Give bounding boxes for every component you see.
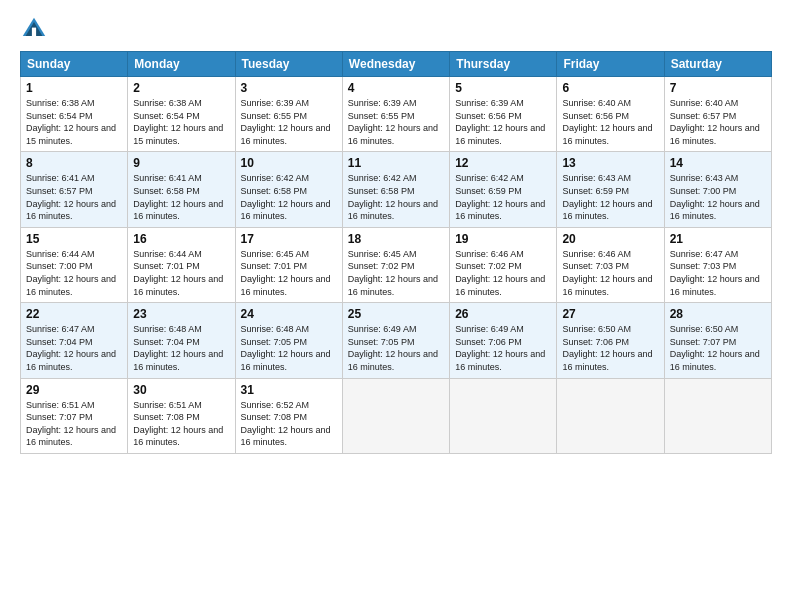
day-number: 31 bbox=[241, 383, 337, 397]
page: SundayMondayTuesdayWednesdayThursdayFrid… bbox=[0, 0, 792, 612]
day-info: Sunrise: 6:42 AMSunset: 6:58 PMDaylight:… bbox=[241, 172, 337, 222]
day-number: 16 bbox=[133, 232, 229, 246]
day-number: 26 bbox=[455, 307, 551, 321]
day-number: 11 bbox=[348, 156, 444, 170]
day-info: Sunrise: 6:51 AMSunset: 7:07 PMDaylight:… bbox=[26, 399, 122, 449]
calendar-cell: 18Sunrise: 6:45 AMSunset: 7:02 PMDayligh… bbox=[342, 227, 449, 302]
day-number: 6 bbox=[562, 81, 658, 95]
calendar-cell: 7Sunrise: 6:40 AMSunset: 6:57 PMDaylight… bbox=[664, 77, 771, 152]
day-number: 20 bbox=[562, 232, 658, 246]
day-info: Sunrise: 6:38 AMSunset: 6:54 PMDaylight:… bbox=[133, 97, 229, 147]
day-info: Sunrise: 6:48 AMSunset: 7:05 PMDaylight:… bbox=[241, 323, 337, 373]
calendar-week-row: 1Sunrise: 6:38 AMSunset: 6:54 PMDaylight… bbox=[21, 77, 772, 152]
day-info: Sunrise: 6:39 AMSunset: 6:55 PMDaylight:… bbox=[241, 97, 337, 147]
calendar-cell: 5Sunrise: 6:39 AMSunset: 6:56 PMDaylight… bbox=[450, 77, 557, 152]
calendar-cell: 27Sunrise: 6:50 AMSunset: 7:06 PMDayligh… bbox=[557, 303, 664, 378]
day-info: Sunrise: 6:42 AMSunset: 6:59 PMDaylight:… bbox=[455, 172, 551, 222]
calendar-cell: 9Sunrise: 6:41 AMSunset: 6:58 PMDaylight… bbox=[128, 152, 235, 227]
day-number: 3 bbox=[241, 81, 337, 95]
day-number: 7 bbox=[670, 81, 766, 95]
weekday-header: Thursday bbox=[450, 52, 557, 77]
day-info: Sunrise: 6:48 AMSunset: 7:04 PMDaylight:… bbox=[133, 323, 229, 373]
calendar-cell: 2Sunrise: 6:38 AMSunset: 6:54 PMDaylight… bbox=[128, 77, 235, 152]
calendar-cell: 24Sunrise: 6:48 AMSunset: 7:05 PMDayligh… bbox=[235, 303, 342, 378]
day-info: Sunrise: 6:46 AMSunset: 7:03 PMDaylight:… bbox=[562, 248, 658, 298]
calendar-cell: 19Sunrise: 6:46 AMSunset: 7:02 PMDayligh… bbox=[450, 227, 557, 302]
day-info: Sunrise: 6:51 AMSunset: 7:08 PMDaylight:… bbox=[133, 399, 229, 449]
day-info: Sunrise: 6:49 AMSunset: 7:05 PMDaylight:… bbox=[348, 323, 444, 373]
day-info: Sunrise: 6:39 AMSunset: 6:56 PMDaylight:… bbox=[455, 97, 551, 147]
calendar-cell bbox=[557, 378, 664, 453]
calendar-cell: 11Sunrise: 6:42 AMSunset: 6:58 PMDayligh… bbox=[342, 152, 449, 227]
day-info: Sunrise: 6:40 AMSunset: 6:57 PMDaylight:… bbox=[670, 97, 766, 147]
calendar-cell: 6Sunrise: 6:40 AMSunset: 6:56 PMDaylight… bbox=[557, 77, 664, 152]
calendar-week-row: 8Sunrise: 6:41 AMSunset: 6:57 PMDaylight… bbox=[21, 152, 772, 227]
day-number: 25 bbox=[348, 307, 444, 321]
weekday-header: Wednesday bbox=[342, 52, 449, 77]
weekday-header-row: SundayMondayTuesdayWednesdayThursdayFrid… bbox=[21, 52, 772, 77]
day-number: 29 bbox=[26, 383, 122, 397]
calendar-cell: 20Sunrise: 6:46 AMSunset: 7:03 PMDayligh… bbox=[557, 227, 664, 302]
weekday-header: Saturday bbox=[664, 52, 771, 77]
calendar-cell: 23Sunrise: 6:48 AMSunset: 7:04 PMDayligh… bbox=[128, 303, 235, 378]
day-info: Sunrise: 6:38 AMSunset: 6:54 PMDaylight:… bbox=[26, 97, 122, 147]
day-info: Sunrise: 6:47 AMSunset: 7:03 PMDaylight:… bbox=[670, 248, 766, 298]
calendar-week-row: 22Sunrise: 6:47 AMSunset: 7:04 PMDayligh… bbox=[21, 303, 772, 378]
day-number: 14 bbox=[670, 156, 766, 170]
day-info: Sunrise: 6:45 AMSunset: 7:01 PMDaylight:… bbox=[241, 248, 337, 298]
calendar-cell bbox=[664, 378, 771, 453]
calendar-cell: 31Sunrise: 6:52 AMSunset: 7:08 PMDayligh… bbox=[235, 378, 342, 453]
calendar-cell: 14Sunrise: 6:43 AMSunset: 7:00 PMDayligh… bbox=[664, 152, 771, 227]
calendar-cell bbox=[342, 378, 449, 453]
day-number: 13 bbox=[562, 156, 658, 170]
calendar-cell: 22Sunrise: 6:47 AMSunset: 7:04 PMDayligh… bbox=[21, 303, 128, 378]
day-number: 12 bbox=[455, 156, 551, 170]
day-info: Sunrise: 6:41 AMSunset: 6:57 PMDaylight:… bbox=[26, 172, 122, 222]
day-number: 23 bbox=[133, 307, 229, 321]
calendar-cell: 4Sunrise: 6:39 AMSunset: 6:55 PMDaylight… bbox=[342, 77, 449, 152]
calendar-cell: 12Sunrise: 6:42 AMSunset: 6:59 PMDayligh… bbox=[450, 152, 557, 227]
logo-icon bbox=[20, 15, 48, 43]
calendar-cell: 1Sunrise: 6:38 AMSunset: 6:54 PMDaylight… bbox=[21, 77, 128, 152]
day-number: 27 bbox=[562, 307, 658, 321]
day-info: Sunrise: 6:52 AMSunset: 7:08 PMDaylight:… bbox=[241, 399, 337, 449]
day-info: Sunrise: 6:45 AMSunset: 7:02 PMDaylight:… bbox=[348, 248, 444, 298]
day-number: 24 bbox=[241, 307, 337, 321]
day-number: 30 bbox=[133, 383, 229, 397]
day-info: Sunrise: 6:42 AMSunset: 6:58 PMDaylight:… bbox=[348, 172, 444, 222]
day-info: Sunrise: 6:50 AMSunset: 7:07 PMDaylight:… bbox=[670, 323, 766, 373]
calendar-cell: 3Sunrise: 6:39 AMSunset: 6:55 PMDaylight… bbox=[235, 77, 342, 152]
calendar-cell: 30Sunrise: 6:51 AMSunset: 7:08 PMDayligh… bbox=[128, 378, 235, 453]
calendar-cell: 26Sunrise: 6:49 AMSunset: 7:06 PMDayligh… bbox=[450, 303, 557, 378]
calendar-cell: 29Sunrise: 6:51 AMSunset: 7:07 PMDayligh… bbox=[21, 378, 128, 453]
header bbox=[20, 15, 772, 43]
day-info: Sunrise: 6:49 AMSunset: 7:06 PMDaylight:… bbox=[455, 323, 551, 373]
calendar-cell: 25Sunrise: 6:49 AMSunset: 7:05 PMDayligh… bbox=[342, 303, 449, 378]
day-info: Sunrise: 6:50 AMSunset: 7:06 PMDaylight:… bbox=[562, 323, 658, 373]
weekday-header: Friday bbox=[557, 52, 664, 77]
day-info: Sunrise: 6:39 AMSunset: 6:55 PMDaylight:… bbox=[348, 97, 444, 147]
day-number: 17 bbox=[241, 232, 337, 246]
day-info: Sunrise: 6:47 AMSunset: 7:04 PMDaylight:… bbox=[26, 323, 122, 373]
day-number: 21 bbox=[670, 232, 766, 246]
day-number: 1 bbox=[26, 81, 122, 95]
calendar-cell: 15Sunrise: 6:44 AMSunset: 7:00 PMDayligh… bbox=[21, 227, 128, 302]
day-number: 9 bbox=[133, 156, 229, 170]
calendar-cell: 8Sunrise: 6:41 AMSunset: 6:57 PMDaylight… bbox=[21, 152, 128, 227]
day-info: Sunrise: 6:40 AMSunset: 6:56 PMDaylight:… bbox=[562, 97, 658, 147]
day-info: Sunrise: 6:41 AMSunset: 6:58 PMDaylight:… bbox=[133, 172, 229, 222]
day-info: Sunrise: 6:43 AMSunset: 6:59 PMDaylight:… bbox=[562, 172, 658, 222]
day-number: 4 bbox=[348, 81, 444, 95]
weekday-header: Monday bbox=[128, 52, 235, 77]
day-info: Sunrise: 6:43 AMSunset: 7:00 PMDaylight:… bbox=[670, 172, 766, 222]
day-number: 19 bbox=[455, 232, 551, 246]
calendar-cell: 28Sunrise: 6:50 AMSunset: 7:07 PMDayligh… bbox=[664, 303, 771, 378]
weekday-header: Tuesday bbox=[235, 52, 342, 77]
calendar-week-row: 29Sunrise: 6:51 AMSunset: 7:07 PMDayligh… bbox=[21, 378, 772, 453]
day-number: 28 bbox=[670, 307, 766, 321]
day-number: 2 bbox=[133, 81, 229, 95]
calendar-cell bbox=[450, 378, 557, 453]
svg-rect-2 bbox=[32, 28, 36, 36]
day-info: Sunrise: 6:44 AMSunset: 7:00 PMDaylight:… bbox=[26, 248, 122, 298]
calendar-cell: 10Sunrise: 6:42 AMSunset: 6:58 PMDayligh… bbox=[235, 152, 342, 227]
